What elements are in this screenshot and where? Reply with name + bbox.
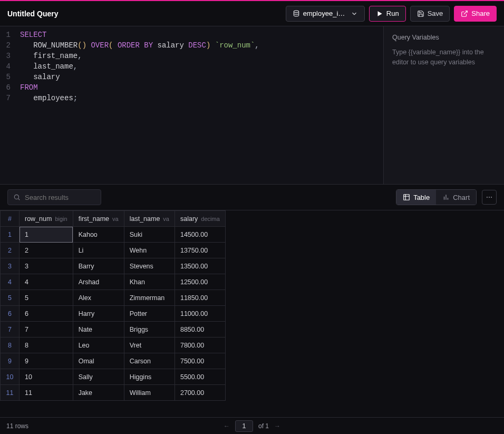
- row-index[interactable]: 11: [1, 385, 20, 401]
- query-title[interactable]: Untitled Query: [7, 9, 58, 18]
- grid-header-row: # row_numbiginfirst_namevalast_namevasal…: [1, 211, 226, 227]
- cell[interactable]: Nate: [73, 322, 124, 337]
- cell[interactable]: 3: [20, 258, 73, 274]
- cell[interactable]: Omal: [73, 353, 124, 369]
- table-row[interactable]: 66HarryPotter11000.00: [1, 306, 226, 322]
- more-options-button[interactable]: [482, 190, 497, 205]
- svg-point-13: [491, 197, 492, 198]
- cell[interactable]: Arshad: [73, 274, 124, 290]
- cell[interactable]: 11850.00: [175, 290, 225, 306]
- cell[interactable]: 7500.00: [175, 353, 225, 369]
- cell[interactable]: Jake: [73, 385, 124, 401]
- search-icon: [13, 194, 21, 201]
- cell[interactable]: Zimmerman: [124, 290, 175, 306]
- row-index[interactable]: 4: [1, 274, 20, 290]
- svg-rect-5: [404, 195, 410, 200]
- cell[interactable]: 8850.00: [175, 322, 225, 337]
- share-button[interactable]: Share: [454, 6, 497, 22]
- cell[interactable]: 12500.00: [175, 274, 225, 290]
- table-row[interactable]: 1010SallyHiggins5500.00: [1, 369, 226, 385]
- row-index[interactable]: 10: [1, 369, 20, 385]
- search-input[interactable]: [25, 194, 95, 201]
- code-area[interactable]: SELECT ROW_NUMBER() OVER( ORDER BY salar…: [15, 30, 259, 184]
- row-index[interactable]: 6: [1, 306, 20, 322]
- cell[interactable]: 11000.00: [175, 306, 225, 322]
- table-row[interactable]: 44ArshadKhan12500.00: [1, 274, 226, 290]
- view-chart-button[interactable]: Chart: [436, 190, 476, 205]
- svg-marker-1: [377, 11, 382, 16]
- cell[interactable]: Higgins: [124, 369, 175, 385]
- cell[interactable]: 6: [20, 306, 73, 322]
- row-index[interactable]: 7: [1, 322, 20, 337]
- cell[interactable]: 13750.00: [175, 243, 225, 258]
- cell[interactable]: Briggs: [124, 322, 175, 337]
- cell[interactable]: William: [124, 385, 175, 401]
- table-row[interactable]: 22LiWehn13750.00: [1, 243, 226, 258]
- prev-page-button[interactable]: ←: [224, 422, 230, 430]
- page-input[interactable]: [235, 420, 253, 432]
- table-row[interactable]: 77NateBriggs8850.00: [1, 322, 226, 337]
- cell[interactable]: 9: [20, 353, 73, 369]
- cell[interactable]: Carson: [124, 353, 175, 369]
- cell[interactable]: Leo: [73, 337, 124, 353]
- cell[interactable]: 5500.00: [175, 369, 225, 385]
- cell[interactable]: 4: [20, 274, 73, 290]
- row-index[interactable]: 1: [1, 227, 20, 243]
- cell[interactable]: Potter: [124, 306, 175, 322]
- save-button[interactable]: Save: [410, 6, 450, 22]
- table-row[interactable]: 55AlexZimmerman11850.00: [1, 290, 226, 306]
- table-row[interactable]: 11KahooSuki14500.00: [1, 227, 226, 243]
- svg-point-12: [489, 197, 490, 198]
- cell[interactable]: Suki: [124, 227, 175, 243]
- cell[interactable]: 11: [20, 385, 73, 401]
- svg-line-4: [18, 199, 20, 200]
- cell[interactable]: 13500.00: [175, 258, 225, 274]
- pager: ← of 1 →: [224, 420, 280, 432]
- results-footer: 11 rows ← of 1 →: [0, 417, 504, 434]
- column-header[interactable]: salarydecima: [175, 211, 225, 227]
- next-page-button[interactable]: →: [274, 422, 280, 430]
- run-button[interactable]: Run: [369, 6, 406, 22]
- column-header[interactable]: first_nameva: [73, 211, 124, 227]
- cell[interactable]: Stevens: [124, 258, 175, 274]
- table-row[interactable]: 1111JakeWilliam2700.00: [1, 385, 226, 401]
- column-header[interactable]: last_nameva: [124, 211, 175, 227]
- cell[interactable]: 1: [20, 227, 73, 243]
- chart-icon: [442, 194, 450, 201]
- index-column-header[interactable]: #: [1, 211, 20, 227]
- row-index[interactable]: 3: [1, 258, 20, 274]
- column-header[interactable]: row_numbigin: [20, 211, 73, 227]
- row-index[interactable]: 5: [1, 290, 20, 306]
- view-table-button[interactable]: Table: [396, 190, 436, 205]
- cell[interactable]: 2700.00: [175, 385, 225, 401]
- cell[interactable]: 8: [20, 337, 73, 353]
- cell[interactable]: Vret: [124, 337, 175, 353]
- cell[interactable]: 10: [20, 369, 73, 385]
- row-index[interactable]: 2: [1, 243, 20, 258]
- cell[interactable]: Barry: [73, 258, 124, 274]
- cell[interactable]: Sally: [73, 369, 124, 385]
- sql-editor[interactable]: 1234567 SELECT ROW_NUMBER() OVER( ORDER …: [0, 26, 384, 184]
- cell[interactable]: Wehn: [124, 243, 175, 258]
- results-toolbar: Table Chart: [0, 185, 504, 210]
- cell[interactable]: 2: [20, 243, 73, 258]
- cell[interactable]: 14500.00: [175, 227, 225, 243]
- cell[interactable]: Harry: [73, 306, 124, 322]
- cell[interactable]: 7: [20, 322, 73, 337]
- cell[interactable]: 5: [20, 290, 73, 306]
- play-icon: [376, 10, 383, 17]
- view-table-label: Table: [413, 194, 430, 201]
- table-row[interactable]: 33BarryStevens13500.00: [1, 258, 226, 274]
- search-results-box[interactable]: [7, 189, 101, 205]
- cell[interactable]: 7800.00: [175, 337, 225, 353]
- cell[interactable]: Alex: [73, 290, 124, 306]
- table-row[interactable]: 88LeoVret7800.00: [1, 337, 226, 353]
- cell[interactable]: Li: [73, 243, 124, 258]
- cell[interactable]: Kahoo: [73, 227, 124, 243]
- row-index[interactable]: 8: [1, 337, 20, 353]
- database-picker[interactable]: employee_inform…: [286, 6, 365, 22]
- svg-point-11: [487, 197, 488, 198]
- table-row[interactable]: 99OmalCarson7500.00: [1, 353, 226, 369]
- cell[interactable]: Khan: [124, 274, 175, 290]
- row-index[interactable]: 9: [1, 353, 20, 369]
